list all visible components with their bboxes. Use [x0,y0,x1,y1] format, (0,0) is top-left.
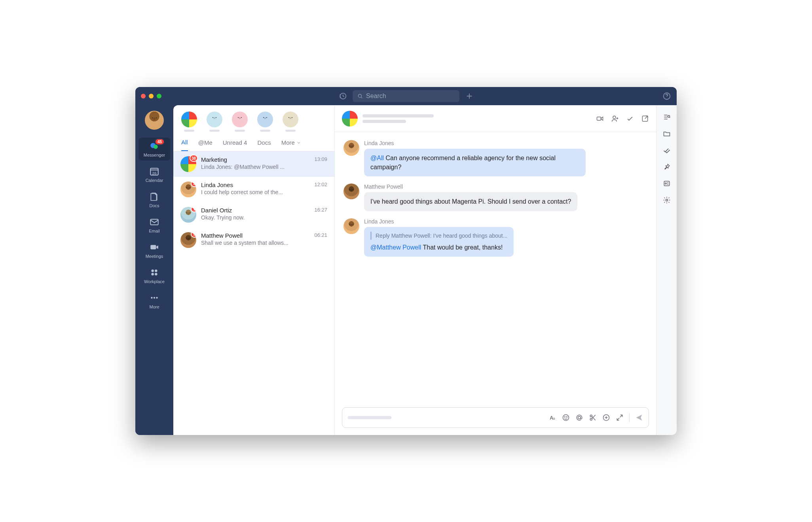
chat-preview: I could help correct some of the... [201,189,309,195]
more-icon [149,293,159,303]
svg-point-15 [156,297,157,299]
chat-avatar: 3 [180,182,196,197]
chat-name: Marketing [201,156,309,163]
story-item[interactable] [257,112,273,132]
new-button[interactable] [465,92,474,100]
unread-badge: 1 [191,207,196,212]
nav-docs[interactable]: Docs [138,188,170,211]
svg-point-11 [151,273,154,276]
svg-point-30 [665,183,666,184]
close-window-button[interactable] [141,94,146,98]
message-composer[interactable]: Aa [342,407,649,428]
add-attachment-icon[interactable] [602,414,610,422]
send-button[interactable] [635,414,643,422]
nav-messenger[interactable]: 45 Messenger [138,138,170,161]
svg-rect-16 [597,117,601,120]
search-in-chat-icon[interactable] [663,113,671,121]
message-bubble[interactable]: Reply Matthew Powell: I've heard good th… [364,227,514,257]
meetings-icon [149,242,159,252]
svg-rect-7 [150,219,158,225]
nav-workplace[interactable]: Workplace [138,264,170,287]
svg-point-9 [151,269,154,272]
settings-icon[interactable] [663,196,671,204]
nav-calendar[interactable]: 26 Calendar [138,163,170,186]
svg-point-1 [358,94,361,97]
svg-point-31 [666,199,668,201]
help-icon[interactable] [662,92,671,100]
svg-point-22 [565,417,565,418]
chat-name: Linda Jones [201,182,309,188]
profile-avatar[interactable] [145,111,164,130]
mention: @Matthew Powell [370,244,421,251]
svg-point-10 [155,269,157,272]
unread-badge: 3 [191,232,196,238]
window-controls [141,94,161,98]
story-item[interactable] [283,112,298,132]
maximize-window-button[interactable] [157,94,161,98]
svg-text:a: a [553,416,555,420]
message-avatar[interactable] [343,140,359,156]
chat-row[interactable]: 38 Marketing Linda Jones: @Matthew Powel… [173,151,334,177]
snip-icon[interactable] [589,414,597,422]
messenger-badge: 45 [155,138,165,145]
message-bubble[interactable]: @All Can anyone recommend a reliable age… [364,149,586,176]
tab-more[interactable]: More [281,139,301,151]
folder-icon[interactable] [663,130,671,138]
svg-rect-8 [150,245,156,250]
conversation-avatar[interactable] [342,111,358,127]
search-icon [357,93,363,99]
mention-icon[interactable] [575,414,583,422]
message-avatar[interactable] [343,218,359,234]
minimize-window-button[interactable] [149,94,154,98]
message-avatar[interactable] [343,183,359,199]
search-input[interactable]: Search [353,90,459,102]
tasks-icon[interactable] [663,146,671,154]
expand-icon[interactable] [616,414,624,422]
app-window: Search 45 Messenger 26 [135,87,677,435]
chat-list-panel: All @Me Unread 4 Docs More 38 [173,105,335,435]
conversation-panel: Linda Jones @All Can anyone recommend a … [335,105,656,435]
message-sender: Linda Jones [364,140,586,146]
tab-all[interactable]: All [181,139,188,151]
history-icon[interactable] [338,92,347,100]
pin-icon[interactable] [663,163,671,171]
chat-preview: Linda Jones: @Matthew Powell ... [201,164,309,170]
tab-docs[interactable]: Docs [257,139,271,151]
emoji-icon[interactable] [562,414,570,422]
open-window-icon[interactable] [641,115,649,123]
chat-row[interactable]: 1 Daniel Ortiz Okay. Trying now. 16:27 [173,202,334,227]
workplace-icon [149,267,159,278]
announcement-icon[interactable] [663,180,671,187]
video-call-icon[interactable] [596,115,604,123]
unread-badge: 38 [190,155,198,162]
done-icon[interactable] [626,115,634,123]
story-item[interactable] [207,112,222,132]
story-item[interactable] [232,112,248,132]
chat-name: Matthew Powell [201,232,309,239]
message: Linda Jones Reply Matthew Powell: I've h… [343,218,647,257]
nav-email[interactable]: Email [138,214,170,236]
svg-point-13 [151,297,152,299]
chat-avatar: 38 [180,156,196,172]
search-placeholder: Search [366,93,386,100]
tab-unread[interactable]: Unread 4 [223,139,247,151]
tab-atme[interactable]: @Me [198,139,212,151]
nav-more[interactable]: More [138,289,170,312]
nav-meetings[interactable]: Meetings [138,239,170,262]
svg-point-24 [578,416,581,419]
message: Matthew Powell I've heard good things ab… [343,183,647,211]
chat-avatar: 1 [180,207,196,223]
chevron-down-icon [296,140,301,145]
story-item[interactable] [181,112,197,132]
message-bubble[interactable]: I've heard good things about Magenta Pi.… [364,192,577,211]
chat-row[interactable]: 3 Matthew Powell Shall we use a system t… [173,227,334,253]
mention: @All [370,155,384,161]
chat-name: Daniel Ortiz [201,207,309,214]
add-member-icon[interactable] [611,115,619,123]
titlebar: Search [135,87,677,105]
chat-time: 13:09 [314,156,327,172]
chat-time: 12:02 [314,182,327,197]
svg-text:26: 26 [152,171,157,175]
text-format-icon[interactable]: Aa [548,414,556,422]
chat-row[interactable]: 3 Linda Jones I could help correct some … [173,177,334,202]
